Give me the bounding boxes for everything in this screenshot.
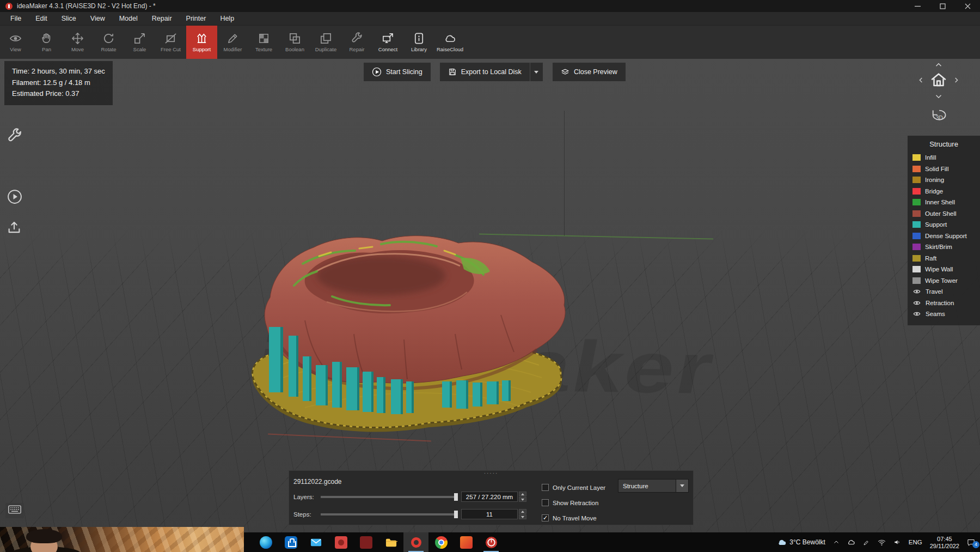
notification-badge: 4 xyxy=(972,541,979,548)
menu-file[interactable]: File xyxy=(3,15,28,22)
close-preview-button[interactable]: Close Preview xyxy=(553,63,626,81)
taskbar-icon-screen-recorder[interactable] xyxy=(403,532,428,552)
play-preview-button[interactable] xyxy=(7,189,23,207)
checkbox-show-retraction[interactable]: Show Retraction xyxy=(542,499,598,506)
checkbox-box[interactable] xyxy=(542,484,549,491)
color-swatch xyxy=(912,188,921,195)
tool-boolean[interactable]: Boolean xyxy=(279,26,310,59)
layers-step-up-button[interactable] xyxy=(519,492,526,496)
tool-pan[interactable]: Pan xyxy=(31,26,62,59)
color-swatch xyxy=(912,199,921,205)
legend-inner-shell: Inner Shell xyxy=(908,197,980,208)
chevron-down-icon xyxy=(534,71,538,74)
tool-duplicate[interactable]: Duplicate xyxy=(310,26,341,59)
tool-library[interactable]: Library xyxy=(403,26,434,59)
checkbox-no-travel-move[interactable]: ✓ No Travel Move xyxy=(542,514,597,521)
tool-view[interactable]: View xyxy=(0,26,31,59)
chevron-down-icon xyxy=(680,484,684,487)
drag-handle[interactable]: ····· xyxy=(484,470,499,476)
export-dropdown-button[interactable] xyxy=(530,63,543,81)
view-mode-dropdown[interactable]: Structure xyxy=(618,479,689,493)
checkbox-box[interactable]: ✓ xyxy=(542,514,549,521)
view-left-button[interactable] xyxy=(917,75,926,86)
tool-texture[interactable]: Texture xyxy=(248,26,279,59)
network-tray-icon[interactable] xyxy=(874,539,890,546)
start-slicing-button[interactable]: Start Slicing xyxy=(364,63,431,81)
tool-scale[interactable]: Scale xyxy=(124,26,155,59)
stat-price: Estimated Price: 0.37 xyxy=(12,88,105,100)
taskbar-icon-file-explorer[interactable] xyxy=(378,532,403,552)
checkbox-only-current-layer[interactable]: Only Current Layer xyxy=(542,484,605,491)
taskbar-icon-ideamaker[interactable] xyxy=(479,532,504,552)
taskbar-icon-chrome[interactable] xyxy=(428,532,454,552)
window-title: ideaMaker 4.3.1 (RAISE3D N2 - V2 Hot End… xyxy=(17,2,156,10)
slider-handle[interactable] xyxy=(454,511,458,518)
legend-bridge: Bridge xyxy=(908,186,980,197)
folder-icon xyxy=(385,536,397,549)
viewport-3d[interactable]: ideaMaker xyxy=(0,59,980,532)
wrench-icon xyxy=(351,32,363,45)
toggle-retraction[interactable]: Retraction xyxy=(908,298,980,309)
taskbar-icon-app-maroon[interactable] xyxy=(353,532,378,552)
color-swatch xyxy=(912,154,921,161)
hand-icon xyxy=(40,32,53,45)
onedrive-tray-icon[interactable] xyxy=(843,539,859,545)
steps-value[interactable]: 11 xyxy=(461,509,518,519)
toggle-travel[interactable]: Travel xyxy=(908,286,980,298)
dropdown-arrow-button[interactable] xyxy=(676,480,688,492)
menu-printer[interactable]: Printer xyxy=(179,15,213,22)
maximize-button[interactable] xyxy=(930,0,955,12)
weather-widget[interactable]: 3°C Bewölkt xyxy=(774,538,829,546)
tool-modifier[interactable]: Modifier xyxy=(217,26,248,59)
tool-rotate[interactable]: Rotate xyxy=(93,26,124,59)
layers-step-down-button[interactable] xyxy=(519,497,526,502)
sliced-model-preview[interactable] xyxy=(0,59,980,532)
export-button[interactable]: Export to Local Disk xyxy=(440,63,530,81)
view-home-button[interactable] xyxy=(929,71,948,89)
menu-model[interactable]: Model xyxy=(112,15,145,22)
webcam-overlay[interactable] xyxy=(0,527,244,552)
tool-repair[interactable]: Repair xyxy=(341,26,372,59)
tool-connect[interactable]: Connect xyxy=(372,26,403,59)
action-center-button[interactable]: 4 xyxy=(963,538,979,547)
taskbar-icon-store[interactable] xyxy=(278,532,303,552)
menu-slice[interactable]: Slice xyxy=(54,15,83,22)
steps-step-down-button[interactable] xyxy=(519,514,526,519)
toggle-seams[interactable]: Seams xyxy=(908,308,980,320)
chevron-down-icon xyxy=(933,92,944,101)
settings-wrench-button[interactable] xyxy=(7,128,23,147)
chevron-left-icon xyxy=(917,75,926,86)
menu-edit[interactable]: Edit xyxy=(28,15,54,22)
hidden-icons-button[interactable] xyxy=(829,539,843,545)
tool-free-cut[interactable]: Free Cut xyxy=(155,26,186,59)
view-up-button[interactable] xyxy=(933,60,944,70)
layers-value[interactable]: 257 / 27.220 mm xyxy=(461,492,518,502)
layers-slider[interactable] xyxy=(321,496,458,498)
upload-button[interactable] xyxy=(7,220,22,238)
language-indicator[interactable]: ENG xyxy=(905,539,926,545)
steps-slider[interactable] xyxy=(321,513,458,515)
pen-tray-icon[interactable] xyxy=(859,539,874,546)
tool-move[interactable]: Move xyxy=(62,26,93,59)
view-right-button[interactable] xyxy=(952,75,960,86)
virtual-keyboard-button[interactable] xyxy=(5,503,24,518)
taskbar-icon-app-red[interactable] xyxy=(328,532,353,552)
rotate-3d-button[interactable]: 3D xyxy=(930,108,947,125)
menu-repair[interactable]: Repair xyxy=(145,15,179,22)
taskbar-icon-mail[interactable] xyxy=(303,532,328,552)
minimize-button[interactable] xyxy=(905,0,930,12)
taskbar-icon-edge[interactable] xyxy=(253,532,278,552)
checkbox-box[interactable] xyxy=(542,499,549,506)
menu-view[interactable]: View xyxy=(83,15,112,22)
view-down-button[interactable] xyxy=(933,92,944,101)
volume-tray-icon[interactable] xyxy=(890,538,905,546)
slider-handle[interactable] xyxy=(454,493,458,501)
tool-raisecloud[interactable]: RaiseCloud xyxy=(434,26,465,59)
close-button[interactable] xyxy=(955,0,980,12)
steps-step-up-button[interactable] xyxy=(519,509,526,514)
menu-help[interactable]: Help xyxy=(213,15,241,22)
taskbar-clock[interactable]: 07:45 29/11/2022 xyxy=(926,536,963,549)
tool-support[interactable]: Support xyxy=(186,26,217,59)
taskbar-icon-app-orange[interactable] xyxy=(454,532,479,552)
chevron-up-icon xyxy=(933,60,944,70)
